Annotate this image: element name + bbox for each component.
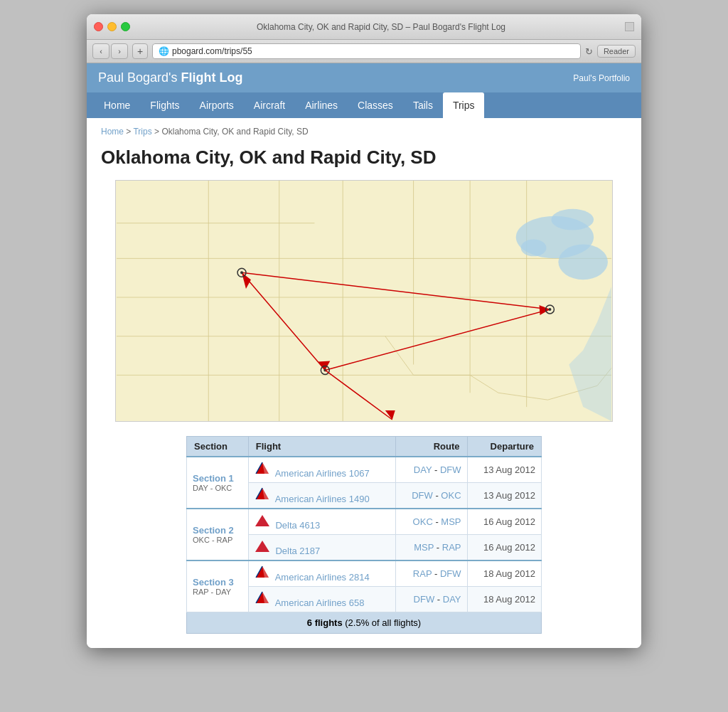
table-header-row: Section Flight Route Departure [187, 437, 542, 457]
section-1-label: Section 1 DAY - OKC [187, 457, 249, 509]
nav-airports[interactable]: Airports [190, 92, 244, 118]
aa-logo-icon [255, 590, 270, 608]
nav-aircraft[interactable]: Aircraft [244, 92, 295, 118]
table-footer-row: 6 flights (2.5% of all flights) [187, 612, 542, 634]
window-buttons [94, 22, 130, 31]
flight-cell: American Airlines 2814 [248, 560, 396, 587]
table-row: Section 3 RAP - DAY American Airlines 28… [187, 560, 542, 587]
url-bar[interactable]: 🌐 pbogard.com/trips/55 [152, 43, 581, 59]
svg-point-34 [548, 308, 551, 311]
site-title: Paul Bogard's Flight Log [98, 70, 242, 85]
route-cell: DFW - OKC [396, 483, 467, 509]
svg-rect-0 [117, 181, 611, 421]
flight-link[interactable]: Delta 4613 [275, 520, 320, 531]
section-3-label: Section 3 RAP - DAY [187, 560, 249, 612]
flights-table: Section Flight Route Departure Section 1… [186, 436, 542, 634]
col-section: Section [187, 437, 249, 457]
svg-point-20 [551, 209, 594, 230]
url-text: pbogard.com/trips/55 [172, 46, 252, 56]
flight-cell: Delta 4613 [248, 509, 396, 535]
svg-point-21 [521, 240, 547, 257]
close-button[interactable] [94, 22, 103, 31]
window-title: Oklahoma City, OK and Rapid City, SD – P… [137, 22, 625, 32]
minimize-button[interactable] [107, 22, 117, 31]
table-row: Section 2 OKC - RAP Delta 4613 OKC - MSP [187, 509, 542, 535]
route-cell: DFW - DAY [396, 587, 467, 612]
flight-link[interactable]: American Airlines 1490 [275, 494, 370, 504]
flight-cell: Delta 2187 [248, 535, 396, 561]
favicon-icon: 🌐 [159, 46, 169, 56]
col-flight: Flight [248, 437, 396, 457]
breadcrumb: Home > Trips > Oklahoma City, OK and Rap… [101, 127, 627, 137]
flight-link[interactable]: American Airlines 1067 [275, 468, 370, 479]
portfolio-link[interactable]: Paul's Portfolio [573, 73, 630, 83]
nav-classes[interactable]: Classes [348, 92, 403, 118]
flight-count: 6 flights [307, 617, 343, 628]
departure-cell: 13 Aug 2012 [467, 483, 541, 509]
map-svg [116, 181, 612, 421]
delta-logo-icon [255, 538, 270, 556]
col-route: Route [396, 437, 467, 457]
flight-cell: American Airlines 658 [248, 587, 396, 612]
delta-logo-icon [255, 513, 270, 531]
titlebar: Oklahoma City, OK and Rapid City, SD – P… [87, 14, 641, 40]
flight-map [115, 180, 613, 422]
svg-marker-43 [255, 515, 269, 526]
svg-marker-44 [255, 541, 269, 552]
nav-airlines[interactable]: Airlines [295, 92, 348, 118]
browser-window: Oklahoma City, OK and Rapid City, SD – P… [87, 14, 641, 648]
site-header: Paul Bogard's Flight Log Paul's Portfoli… [87, 63, 641, 92]
navbar: Home Flights Airports Aircraft Airlines … [87, 92, 641, 118]
flight-link[interactable]: Delta 2187 [275, 546, 320, 556]
route-cell: RAP - DFW [396, 560, 467, 587]
table-row: Section 1 DAY - OKC American Airlines 10… [187, 457, 542, 483]
breadcrumb-home[interactable]: Home [101, 127, 124, 137]
nav-home[interactable]: Home [94, 92, 140, 118]
section-2-label: Section 2 OKC - RAP [187, 509, 249, 560]
aa-logo-icon [255, 461, 270, 479]
departure-cell: 13 Aug 2012 [467, 457, 541, 483]
flights-table-wrapper: Section Flight Route Departure Section 1… [186, 436, 542, 634]
aa-logo-icon [255, 565, 270, 583]
back-button[interactable]: ‹ [92, 43, 109, 59]
footer-cell: 6 flights (2.5% of all flights) [187, 612, 542, 634]
flight-cell: American Airlines 1067 [248, 457, 396, 483]
route-cell: DAY - DFW [396, 457, 467, 483]
departure-cell: 18 Aug 2012 [467, 560, 541, 587]
breadcrumb-current: Oklahoma City, OK and Rapid City, SD [161, 127, 308, 137]
route-cell: OKC - MSP [396, 509, 467, 535]
route-cell: MSP - RAP [396, 535, 467, 561]
flight-cell: American Airlines 1490 [248, 483, 396, 509]
page-title: Oklahoma City, OK and Rapid City, SD [101, 147, 627, 169]
breadcrumb-trips[interactable]: Trips [133, 127, 151, 137]
maximize-button[interactable] [121, 22, 130, 31]
nav-tails[interactable]: Tails [403, 92, 443, 118]
addressbar: ‹ › + 🌐 pbogard.com/trips/55 ↻ Reader [87, 40, 641, 63]
flight-link[interactable]: American Airlines 2814 [275, 572, 370, 583]
refresh-button[interactable]: ↻ [585, 46, 593, 57]
reader-button[interactable]: Reader [597, 45, 636, 58]
departure-cell: 16 Aug 2012 [467, 535, 541, 561]
departure-cell: 18 Aug 2012 [467, 587, 541, 612]
nav-flights[interactable]: Flights [140, 92, 189, 118]
col-departure: Departure [467, 437, 541, 457]
svg-point-30 [240, 271, 243, 274]
site-title-normal: Paul Bogard's [98, 70, 181, 85]
page-content: Home > Trips > Oklahoma City, OK and Rap… [87, 118, 641, 648]
site-title-bold: Flight Log [181, 70, 243, 85]
nav-trips[interactable]: Trips [443, 92, 485, 118]
flight-link[interactable]: American Airlines 658 [275, 597, 365, 608]
flight-percentage: (2.5% of all flights) [343, 617, 422, 628]
svg-point-19 [558, 244, 608, 280]
aa-logo-icon [255, 487, 270, 504]
departure-cell: 16 Aug 2012 [467, 509, 541, 535]
forward-button[interactable]: › [111, 43, 128, 59]
resize-icon[interactable] [625, 22, 634, 31]
new-tab-button[interactable]: + [132, 43, 148, 59]
